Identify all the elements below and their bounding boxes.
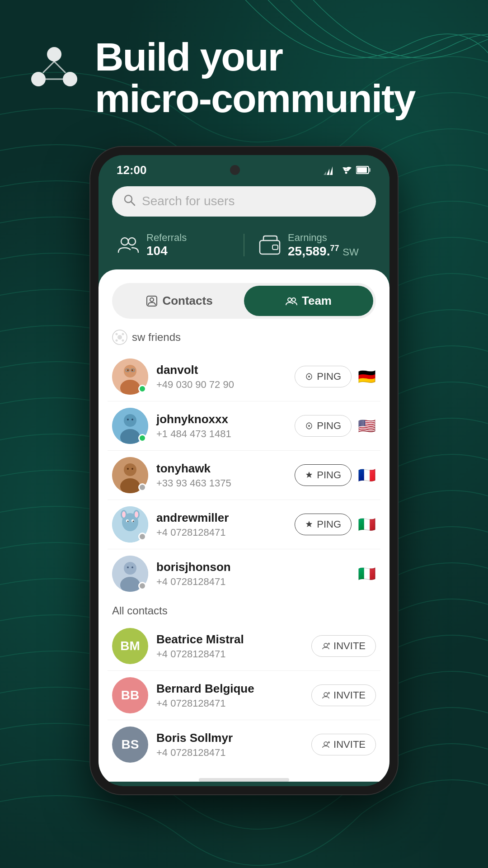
earnings-info: Earnings 25,589.77 SW: [288, 232, 359, 259]
earnings-stat: Earnings 25,589.77 SW: [258, 232, 371, 259]
phone-frame: 12:00: [90, 147, 398, 794]
svg-point-1: [31, 72, 46, 86]
svg-point-16: [128, 238, 136, 245]
svg-point-36: [308, 376, 310, 377]
community-icon: [27, 41, 81, 95]
search-bar[interactable]: Search for users: [112, 186, 376, 217]
svg-marker-8: [330, 166, 333, 175]
contact-actions-andrewmiller: PING 🇮🇹: [295, 514, 376, 535]
contact-item-borisjhonson: borisjhonson +4 0728128471 🇮🇹: [108, 549, 380, 598]
contact-actions-bernard: INVITE: [311, 684, 376, 706]
svg-line-3: [43, 61, 54, 73]
stats-row: Referrals 104 Earnings: [99, 227, 389, 269]
avatar-wrapper-beatrice: BM: [112, 628, 148, 664]
main-card: Contacts Team: [99, 269, 389, 782]
ping-button-tonyhawk[interactable]: PING: [295, 464, 352, 486]
svg-point-38: [124, 414, 136, 427]
sw-friends-section: sw friends: [99, 330, 389, 352]
hero-text-block: Build your micro-community: [95, 36, 415, 120]
svg-point-40: [127, 419, 129, 420]
online-indicator-andrewmiller: [138, 533, 146, 541]
svg-line-14: [131, 202, 135, 205]
hero-title-line1: Build your: [95, 34, 282, 79]
contact-info-andrewmiller: andrewmiller +4 0728128471: [156, 511, 286, 538]
svg-point-52: [122, 511, 126, 518]
svg-point-42: [308, 425, 310, 427]
contact-actions-boris-sollmyr: INVITE: [311, 734, 376, 755]
svg-point-0: [47, 47, 61, 61]
contact-actions-tonyhawk: PING 🇫🇷: [295, 464, 376, 486]
flag-tonyhawk: 🇫🇷: [358, 467, 376, 484]
contact-item-danvolt: danvolt +49 030 90 72 90 PING: [108, 352, 380, 401]
contact-info-danvolt: danvolt +49 030 90 72 90: [156, 363, 286, 391]
contact-name-danvolt: danvolt: [156, 363, 286, 377]
earnings-value: 25,589.77 SW: [288, 244, 359, 259]
avatar-wrapper-danvolt: [112, 359, 148, 395]
ping-button-andrewmiller[interactable]: PING: [295, 514, 352, 535]
referrals-info: Referrals 104: [146, 232, 187, 258]
svg-point-61: [127, 566, 129, 568]
hero-section: Build your micro-community: [27, 36, 415, 120]
invite-button-bernard[interactable]: INVITE: [311, 684, 376, 706]
contact-info-boris-sollmyr: Boris Sollmyr +4 0728128471: [156, 731, 303, 759]
contact-name-bernard: Bernard Belgique: [156, 682, 303, 696]
avatar-wrapper-boris-sollmyr: BS: [112, 726, 148, 763]
svg-point-47: [131, 468, 133, 470]
contact-actions-danvolt: PING 🇩🇪: [295, 366, 376, 387]
contact-name-borisjhonson: borisjhonson: [156, 560, 350, 574]
svg-point-28: [122, 340, 124, 342]
online-indicator-tonyhawk: [138, 483, 146, 491]
ping-button-danvolt[interactable]: PING: [295, 366, 352, 387]
phone-mockup: 12:00: [90, 147, 398, 794]
svg-point-9: [345, 172, 347, 174]
contact-name-johnyknoxxx: johnyknoxxx: [156, 412, 286, 426]
contact-name-andrewmiller: andrewmiller: [156, 511, 286, 525]
contact-actions-johnyknoxxx: PING 🇺🇸: [295, 415, 376, 437]
ping-button-johnyknoxxx[interactable]: PING: [295, 415, 352, 437]
earnings-label: Earnings: [288, 232, 359, 244]
svg-rect-11: [369, 168, 371, 172]
svg-point-25: [116, 333, 118, 335]
status-bar: 12:00: [99, 155, 389, 182]
avatar-wrapper-andrewmiller: [112, 506, 148, 542]
svg-rect-12: [357, 167, 367, 173]
contact-phone-boris-sollmyr: +4 0728128471: [156, 747, 303, 759]
svg-point-15: [121, 238, 128, 245]
svg-point-59: [124, 562, 136, 575]
search-placeholder: Search for users: [142, 194, 235, 208]
invite-button-boris-sollmyr[interactable]: INVITE: [311, 734, 376, 755]
avatar-wrapper-borisjhonson: [112, 556, 148, 592]
contact-phone-bernard: +4 0728128471: [156, 698, 303, 709]
search-section: Search for users: [99, 182, 389, 227]
home-indicator: [199, 778, 289, 782]
status-time: 12:00: [117, 163, 147, 177]
flag-borisjhonson: 🇮🇹: [358, 565, 376, 582]
svg-line-4: [54, 61, 66, 73]
invite-button-beatrice[interactable]: INVITE: [311, 635, 376, 657]
contact-info-beatrice: Beatrice Mistral +4 0728128471: [156, 632, 303, 660]
svg-point-20: [150, 298, 154, 302]
tab-contacts[interactable]: Contacts: [115, 286, 244, 316]
contact-info-borisjhonson: borisjhonson +4 0728128471: [156, 560, 350, 588]
contact-info-johnyknoxxx: johnyknoxxx +1 484 473 1481: [156, 412, 286, 440]
contacts-tab-label: Contacts: [162, 294, 212, 308]
contact-item-andrewmiller: andrewmiller +4 0728128471 PING: [108, 500, 380, 549]
avatar-wrapper-bernard: BB: [112, 677, 148, 713]
avatar-bernard: BB: [112, 677, 148, 713]
all-contacts-list: BM Beatrice Mistral +4 0728128471: [99, 622, 389, 769]
svg-point-27: [116, 340, 118, 342]
contact-info-tonyhawk: tonyhawk +33 93 463 1375: [156, 462, 286, 489]
svg-point-24: [117, 335, 122, 340]
flag-andrewmiller: 🇮🇹: [358, 516, 376, 533]
contact-item-beatrice: BM Beatrice Mistral +4 0728128471: [108, 622, 380, 671]
avatar-boris-sollmyr: BS: [112, 726, 148, 763]
referrals-stat: Referrals 104: [117, 232, 230, 258]
svg-point-56: [127, 521, 129, 522]
contact-name-beatrice: Beatrice Mistral: [156, 632, 303, 646]
contact-item-boris-sollmyr: BS Boris Sollmyr +4 0728128471: [108, 720, 380, 769]
contact-phone-danvolt: +49 030 90 72 90: [156, 379, 286, 391]
search-icon: [123, 193, 136, 209]
phone-screen: 12:00: [99, 155, 389, 786]
tab-team[interactable]: Team: [244, 286, 373, 316]
contact-phone-johnyknoxxx: +1 484 473 1481: [156, 428, 286, 440]
